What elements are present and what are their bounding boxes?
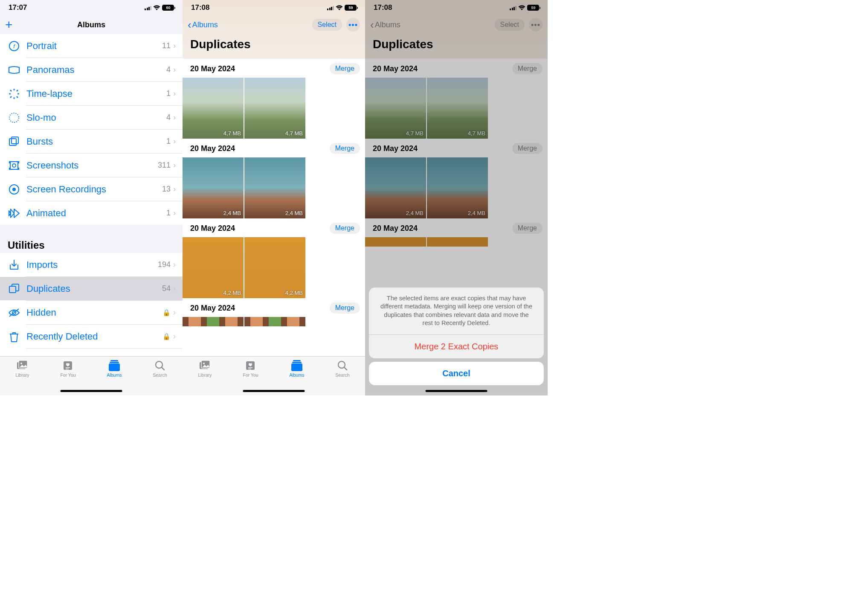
utility-row-recently-deleted[interactable]: Recently Deleted🔒› (0, 325, 183, 348)
home-indicator[interactable] (243, 390, 305, 392)
merge-button[interactable]: Merge (330, 143, 360, 154)
svg-rect-17 (9, 286, 16, 293)
battery-icon: 59 (345, 5, 357, 11)
row-label: Time-lapse (26, 88, 166, 99)
merge-button[interactable]: Merge (330, 302, 360, 314)
photo-thumbnail[interactable]: 2,4 MB (244, 157, 305, 218)
lock-icon: 🔒 (162, 333, 171, 340)
photo-thumbnail[interactable]: 4,7 MB (244, 78, 305, 139)
row-count: 1 (166, 137, 171, 146)
row-label: Panoramas (26, 64, 166, 76)
photo-thumbnail[interactable]: 2,4 MB (183, 157, 244, 218)
wifi-icon (153, 5, 160, 11)
album-row-bursts[interactable]: Bursts1› (0, 130, 183, 153)
album-row-slo-mo[interactable]: Slo-mo4› (0, 106, 183, 129)
portrait-icon: f (8, 40, 20, 52)
row-label: Imports (26, 259, 158, 270)
tab-bar: Library For You Albums Search (183, 356, 365, 395)
merge-button[interactable]: Merge (330, 63, 360, 74)
duplicates-icon (8, 282, 20, 295)
svg-line-7 (17, 96, 18, 98)
album-row-time-lapse[interactable]: Time-lapse1› (0, 82, 183, 105)
screenshots-icon (8, 159, 20, 172)
select-button[interactable]: Select (312, 19, 342, 31)
svg-rect-36 (248, 369, 251, 369)
utility-row-hidden[interactable]: Hidden🔒› (0, 301, 183, 324)
photo-size: 4,2 MB (223, 290, 241, 296)
tab-bar: Library For You Albums Search (0, 356, 183, 395)
duplicate-group: 20 May 2024Merge (183, 298, 365, 326)
svg-line-30 (162, 367, 164, 370)
row-label: Animated (26, 208, 166, 219)
group-date: 20 May 2024 (190, 64, 235, 73)
photo-thumbnail[interactable] (244, 317, 305, 326)
chevron-right-icon: › (173, 284, 176, 293)
chevron-left-icon: ‹ (188, 19, 191, 30)
photo-size: 4,7 MB (285, 130, 303, 137)
bursts-icon (8, 135, 20, 148)
merge-button[interactable]: Merge (330, 223, 360, 234)
duplicates-merge-sheet-screen: 17:08 59 ‹Albums Select ••• Duplicates 2… (365, 0, 548, 395)
row-label: Hidden (26, 307, 162, 318)
nav-title: Albums (0, 20, 183, 29)
back-button[interactable]: ‹Albums (188, 19, 218, 30)
album-row-screenshots[interactable]: Screenshots311› (0, 154, 183, 177)
photo-size: 2,4 MB (285, 210, 303, 216)
album-row-animated[interactable]: Animated1› (0, 201, 183, 225)
action-sheet: The selected items are exact copies that… (369, 288, 544, 385)
cellular-icon (145, 6, 151, 10)
row-label: Screenshots (26, 160, 158, 171)
photo-thumbnail[interactable]: 4,2 MB (183, 237, 244, 298)
home-indicator[interactable] (61, 390, 122, 392)
utility-row-duplicates[interactable]: Duplicates54› (0, 277, 183, 300)
status-indicators: 60 (145, 5, 174, 11)
tab-search[interactable]: Search (153, 360, 167, 395)
search-icon (154, 360, 166, 371)
foryou-icon (62, 360, 74, 371)
tab-library[interactable]: Library (15, 360, 29, 395)
search-icon (337, 360, 348, 371)
albums-icon (108, 360, 120, 371)
photo-size: 4,2 MB (285, 290, 303, 296)
more-button[interactable]: ••• (346, 18, 360, 32)
add-button[interactable]: + (5, 17, 13, 32)
photo-thumbnail[interactable]: 4,2 MB (244, 237, 305, 298)
cancel-button[interactable]: Cancel (369, 362, 544, 385)
row-label: Screen Recordings (26, 184, 162, 195)
row-label: Recently Deleted (26, 331, 162, 342)
svg-rect-13 (10, 162, 18, 169)
svg-point-22 (20, 363, 22, 364)
screen-recordings-icon (8, 183, 20, 196)
album-row-portrait[interactable]: fPortrait11› (0, 34, 183, 58)
photo-thumbnail[interactable] (183, 317, 244, 326)
svg-rect-39 (291, 363, 302, 371)
row-count: 1 (166, 89, 171, 98)
merge-action-button[interactable]: Merge 2 Exact Copies (369, 335, 544, 358)
chevron-right-icon: › (173, 308, 176, 317)
tab-library[interactable]: Library (198, 360, 212, 395)
utility-row-imports[interactable]: Imports194› (0, 253, 183, 276)
animated-icon (8, 207, 20, 220)
svg-rect-24 (66, 367, 70, 368)
home-indicator[interactable] (426, 390, 487, 392)
albums-list[interactable]: fPortrait11›Panoramas4›Time-lapse1›Slo-m… (0, 34, 183, 356)
row-count: 194 (158, 260, 171, 269)
photo-thumbnail[interactable]: 4,7 MB (183, 78, 244, 139)
duplicate-groups[interactable]: 20 May 2024Merge4,7 MB4,7 MB20 May 2024M… (183, 59, 365, 356)
svg-point-33 (203, 363, 205, 364)
chevron-right-icon: › (173, 65, 176, 74)
album-row-panoramas[interactable]: Panoramas4› (0, 58, 183, 81)
panoramas-icon (8, 64, 20, 76)
utilities-header: Utilities (0, 225, 183, 253)
imports-icon (8, 259, 20, 271)
library-icon (16, 360, 28, 371)
svg-line-41 (344, 367, 347, 370)
tab-search[interactable]: Search (335, 360, 349, 395)
recently-deleted-icon (8, 330, 20, 343)
album-row-screen-recordings[interactable]: Screen Recordings13› (0, 177, 183, 201)
status-time: 17:07 (9, 3, 27, 12)
row-count: 1 (166, 209, 171, 218)
duplicates-screen: 17:08 59 ‹Albums Select ••• Duplicates 2… (183, 0, 365, 395)
group-date: 20 May 2024 (190, 224, 235, 233)
svg-text:f: f (13, 43, 15, 49)
